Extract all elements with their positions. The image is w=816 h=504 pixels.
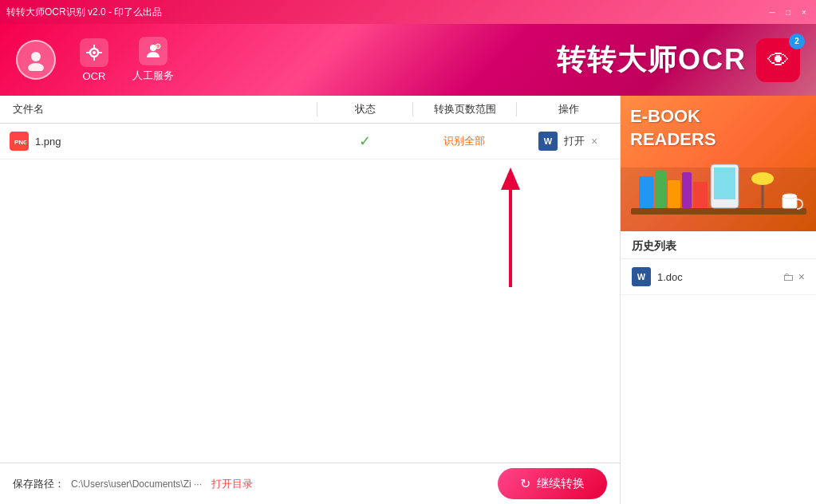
ad-shelf bbox=[621, 167, 816, 231]
svg-point-24 bbox=[751, 172, 774, 185]
save-path-label: 保存路径： bbox=[13, 477, 65, 491]
left-panel: 文件名 状态 转换页数范围 操作 PNG 1.png ✓ 识别全部 W 打开 × bbox=[0, 96, 621, 504]
right-panel: E-BOOK READERS bbox=[621, 96, 816, 504]
col-status-header: 状态 bbox=[317, 102, 412, 116]
svg-rect-22 bbox=[714, 167, 735, 199]
ad-banner[interactable]: E-BOOK READERS bbox=[621, 96, 816, 231]
eye-icon: 👁 bbox=[767, 47, 790, 73]
history-actions: 🗀 × bbox=[782, 270, 805, 283]
app-title: 转转大师OCR识别 v2.0 - 印了么出品 bbox=[6, 6, 162, 19]
close-button[interactable]: × bbox=[798, 6, 810, 18]
manual-service-icon: i bbox=[139, 37, 168, 65]
user-avatar[interactable] bbox=[16, 40, 56, 80]
word-icon: W bbox=[538, 132, 558, 151]
svg-text:PNG: PNG bbox=[14, 139, 26, 146]
svg-rect-16 bbox=[639, 176, 653, 208]
save-path-value: C:\Users\user\Documents\Zi ··· bbox=[71, 478, 202, 490]
history-filename: 1.doc bbox=[657, 271, 776, 283]
history-folder-icon[interactable]: 🗀 bbox=[782, 270, 794, 283]
table-header: 文件名 状态 转换页数范围 操作 bbox=[0, 96, 620, 124]
header-nav: OCR i 人工服务 bbox=[0, 37, 190, 83]
title-bar: 转转大师OCR识别 v2.0 - 印了么出品 ─ □ × bbox=[0, 0, 816, 24]
file-type-icon: PNG bbox=[10, 132, 29, 151]
header-brand: 转转大师OCR 👁 2 bbox=[557, 24, 816, 96]
file-name: 1.png bbox=[35, 136, 317, 148]
history-header: 历史列表 bbox=[621, 231, 816, 259]
remove-file-button[interactable]: × bbox=[591, 135, 597, 148]
ad-line1: E-BOOK bbox=[630, 105, 716, 128]
main-content: 文件名 状态 转换页数范围 操作 PNG 1.png ✓ 识别全部 W 打开 × bbox=[0, 96, 816, 504]
bottom-bar: 保存路径： C:\Users\user\Documents\Zi ··· 打开目… bbox=[0, 463, 620, 504]
file-status: ✓ bbox=[317, 132, 412, 150]
brand-badge: 2 bbox=[789, 33, 805, 49]
manual-service-nav-item[interactable]: i 人工服务 bbox=[132, 37, 174, 83]
svg-rect-19 bbox=[682, 172, 692, 208]
maximize-button[interactable]: □ bbox=[782, 6, 794, 18]
history-item: W 1.doc 🗀 × bbox=[621, 259, 816, 295]
svg-rect-17 bbox=[655, 171, 666, 208]
manual-service-label: 人工服务 bbox=[132, 69, 174, 83]
arrow-area bbox=[0, 159, 620, 463]
file-actions: W 打开 × bbox=[516, 132, 620, 151]
svg-point-1 bbox=[28, 63, 44, 71]
brand-title: 转转大师OCR bbox=[557, 41, 747, 80]
svg-rect-20 bbox=[693, 182, 708, 208]
refresh-icon: ↻ bbox=[520, 476, 530, 491]
ad-text: E-BOOK READERS bbox=[630, 105, 716, 151]
file-pages[interactable]: 识别全部 bbox=[412, 134, 516, 148]
history-remove-icon[interactable]: × bbox=[798, 270, 805, 283]
open-directory-button[interactable]: 打开目录 bbox=[211, 477, 253, 491]
svg-point-26 bbox=[782, 194, 797, 199]
app-header: OCR i 人工服务 转转大师OCR 👁 2 bbox=[0, 24, 816, 96]
status-check-icon: ✓ bbox=[359, 133, 371, 149]
col-actions-header: 操作 bbox=[516, 102, 620, 116]
col-filename-header: 文件名 bbox=[0, 102, 317, 116]
svg-rect-18 bbox=[668, 180, 680, 208]
col-pages-header: 转换页数范围 bbox=[412, 102, 516, 116]
ocr-icon bbox=[80, 38, 108, 67]
file-row: PNG 1.png ✓ 识别全部 W 打开 × bbox=[0, 124, 620, 159]
window-controls: ─ □ × bbox=[767, 6, 810, 18]
arrow-annotation bbox=[463, 159, 558, 319]
shelf-illustration bbox=[631, 148, 806, 228]
svg-rect-15 bbox=[631, 208, 806, 215]
open-file-button[interactable]: 打开 bbox=[564, 134, 585, 148]
history-word-icon: W bbox=[632, 267, 651, 286]
svg-marker-14 bbox=[501, 167, 520, 190]
brand-logo: 👁 2 bbox=[756, 38, 800, 82]
svg-point-0 bbox=[31, 52, 41, 61]
continue-label: 继续转换 bbox=[537, 476, 585, 491]
continue-convert-button[interactable]: ↻ 继续转换 bbox=[498, 468, 607, 499]
svg-point-3 bbox=[93, 51, 96, 54]
minimize-button[interactable]: ─ bbox=[767, 6, 778, 18]
ad-line2: READERS bbox=[630, 128, 716, 152]
ocr-nav-item[interactable]: OCR bbox=[80, 38, 108, 82]
ocr-label: OCR bbox=[83, 70, 106, 82]
